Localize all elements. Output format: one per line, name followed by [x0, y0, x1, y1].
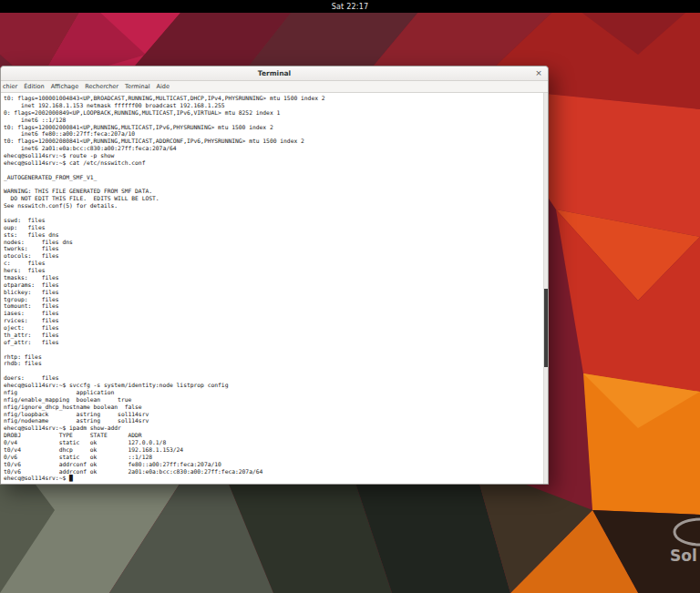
- terminal-output[interactable]: t0: flags=100001004843<UP,BROADCAST,RUNN…: [1, 93, 548, 482]
- solaris-logo-text: Sol: [670, 547, 697, 565]
- menu-help[interactable]: Aide: [157, 83, 170, 90]
- terminal-window: Terminal × chier Édition Affichage Reche…: [0, 66, 549, 485]
- scrollbar[interactable]: [543, 93, 548, 484]
- window-title: Terminal: [258, 69, 291, 77]
- clock[interactable]: Sat 22:17: [332, 3, 369, 11]
- scrollbar-thumb[interactable]: [544, 289, 548, 367]
- menubar: chier Édition Affichage Rechercher Termi…: [1, 81, 548, 93]
- menu-edit[interactable]: Édition: [24, 83, 45, 90]
- menu-search[interactable]: Rechercher: [85, 83, 118, 90]
- terminal-content[interactable]: t0: flags=100001004843<UP,BROADCAST,RUNN…: [1, 93, 548, 484]
- menu-view[interactable]: Affichage: [51, 83, 79, 90]
- titlebar[interactable]: Terminal ×: [1, 66, 548, 81]
- close-icon[interactable]: ×: [533, 67, 544, 78]
- menu-file[interactable]: chier: [3, 83, 17, 90]
- top-panel: Sat 22:17: [0, 0, 700, 13]
- solaris-logo: Sol: [669, 517, 700, 574]
- menu-terminal[interactable]: Terminal: [125, 83, 149, 90]
- solaris-logo-ring: [674, 519, 700, 545]
